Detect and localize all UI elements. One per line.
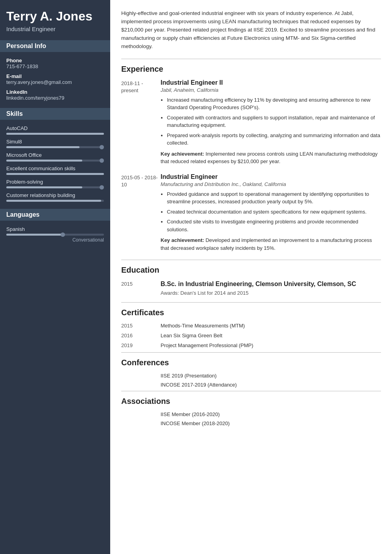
experience-item-1: 2018-11 - present Industrial Engineer II… (121, 79, 381, 165)
skill-item-problem-solving: Problem-solving (6, 179, 104, 188)
skill-bar-fill (6, 173, 104, 175)
certificates-heading: Certificates (121, 308, 381, 317)
cert-item-1: 2015 Methods-Time Measurements (MTM) (121, 323, 381, 329)
exp-bullets-2: Provided guidance and support to operati… (161, 190, 381, 234)
experience-item-2: 2015-05 - 2018-10 Industrial Engineer Ma… (121, 173, 381, 252)
cert-item-3: 2019 Project Management Professional (PM… (121, 342, 381, 348)
edu-content-1: B.Sc. in Industrial Engineering, Clemson… (161, 280, 381, 296)
experience-divider (121, 59, 381, 59)
skill-bar-dot (100, 158, 104, 163)
lang-bar (6, 234, 104, 236)
exp-date-1: 2018-11 - present (121, 79, 161, 165)
skill-bar-dot (100, 145, 104, 149)
experience-heading: Experience (121, 65, 381, 74)
conferences-divider (121, 352, 381, 353)
exp-date-2: 2015-05 - 2018-10 (121, 173, 161, 252)
sidebar: Terry A. Jones Industrial Engineer Perso… (0, 0, 110, 554)
skill-bar (6, 186, 104, 188)
exp-content-1: Industrial Engineer II Jabil, Anaheim, C… (161, 79, 381, 165)
exp-bullet: Provided guidance and support to operati… (167, 190, 381, 206)
exp-achievement-2: Key achievement: Developed and implement… (161, 236, 381, 252)
conf-item-2: INCOSE 2017-2019 (Attendance) (121, 382, 381, 388)
cert-name-1: Methods-Time Measurements (MTM) (161, 323, 381, 329)
edu-date-1: 2015 (121, 280, 161, 296)
skill-bar (6, 133, 104, 135)
edu-degree-1: B.Sc. in Industrial Engineering, Clemson… (161, 280, 381, 288)
skill-bar-fill (6, 186, 82, 188)
achievement-label: Key achievement: (161, 237, 204, 243)
edu-awards-1: Awards: Dean's List for 2014 and 2015 (161, 290, 381, 296)
cert-name-2: Lean Six Sigma Green Belt (161, 333, 381, 338)
skill-item-simul8: Simul8 (6, 139, 104, 148)
skill-item-autocad: AutoCAD (6, 125, 104, 135)
exp-job-title-2: Industrial Engineer (161, 173, 381, 180)
cert-date-2: 2016 (121, 333, 161, 338)
exp-bullet: Cooperated with contractors and supplier… (167, 114, 381, 129)
skill-bar-dot (100, 185, 104, 190)
lang-level: Conversational (6, 237, 104, 243)
exp-job-title-1: Industrial Engineer II (161, 79, 381, 86)
education-divider (121, 260, 381, 260)
email-label: E-mail (6, 73, 104, 79)
lang-bar-fill (6, 234, 65, 236)
personal-info-heading: Personal Info (0, 40, 110, 52)
summary-text: Highly-effective and goal-oriented indus… (121, 9, 381, 51)
conferences-heading: Conferences (121, 358, 381, 367)
assoc-item-1: IISE Member (2016-2020) (121, 411, 381, 417)
cert-name-3: Project Management Professional (PMP) (161, 342, 381, 348)
assoc-indent (121, 420, 161, 426)
skill-item-communication: Excellent communication skills (6, 165, 104, 175)
assoc-name-1: IISE Member (2016-2020) (161, 411, 381, 417)
certificates-divider (121, 302, 381, 303)
skill-name: Excellent communication skills (6, 165, 104, 171)
languages-heading: Languages (0, 209, 110, 221)
skill-bar-fill (6, 200, 101, 202)
exp-company-1: Jabil, Anaheim, California (161, 87, 381, 93)
lang-name: Spanish (6, 226, 104, 232)
skill-bar-fill (6, 146, 80, 148)
linkedin-value: linkedin.com/terryjones79 (6, 95, 104, 101)
exp-content-2: Industrial Engineer Manufacturing and Di… (161, 173, 381, 252)
conf-name-2: INCOSE 2017-2019 (Attendance) (161, 382, 381, 388)
skill-bar (6, 173, 104, 175)
assoc-name-2: INCOSE Member (2018-2020) (161, 420, 381, 426)
skill-name: AutoCAD (6, 125, 104, 131)
exp-bullet: Created technical documentation and syst… (167, 208, 381, 216)
assoc-indent (121, 411, 161, 417)
assoc-item-2: INCOSE Member (2018-2020) (121, 420, 381, 426)
associations-heading: Associations (121, 397, 381, 406)
skills-heading: Skills (0, 108, 110, 120)
conf-indent (121, 373, 161, 379)
linkedin-label: LinkedIn (6, 89, 104, 95)
skill-name: Customer relationship building (6, 192, 104, 198)
email-value: terry.avery.jones@gmail.com (6, 79, 104, 85)
cert-date-3: 2019 (121, 342, 161, 348)
conf-indent (121, 382, 161, 388)
skill-bar (6, 200, 104, 202)
skill-name: Microsoft Office (6, 152, 104, 158)
lang-bar-dot (61, 232, 65, 237)
skill-bar-fill (6, 160, 82, 162)
candidate-title: Industrial Engineer (6, 26, 104, 32)
achievement-label: Key achievement: (161, 151, 204, 157)
phone-value: 715-677-1838 (6, 63, 104, 69)
language-item-spanish: Spanish Conversational (6, 226, 104, 243)
associations-divider (121, 391, 381, 391)
conf-item-1: IISE 2019 (Presentation) (121, 373, 381, 379)
exp-achievement-1: Key achievement: Implemented new process… (161, 150, 381, 165)
skill-item-customer-relationship: Customer relationship building (6, 192, 104, 202)
skill-name: Problem-solving (6, 179, 104, 185)
exp-bullets-1: Increased manufacturing efficiency by 11… (161, 96, 381, 147)
skill-bar (6, 160, 104, 162)
main-content: Highly-effective and goal-oriented indus… (110, 0, 392, 554)
skill-bar (6, 146, 104, 148)
education-item-1: 2015 B.Sc. in Industrial Engineering, Cl… (121, 280, 381, 296)
phone-label: Phone (6, 58, 104, 63)
exp-company-2: Manufacturing and Distribution Inc., Oak… (161, 181, 381, 187)
cert-date-1: 2015 (121, 323, 161, 329)
candidate-name: Terry A. Jones (6, 9, 104, 23)
exp-bullet: Prepared work-analysis reports by collec… (167, 132, 381, 147)
exp-bullet: Conducted site visits to investigate eng… (167, 218, 381, 233)
education-heading: Education (121, 266, 381, 275)
skill-bar-fill (6, 133, 104, 135)
